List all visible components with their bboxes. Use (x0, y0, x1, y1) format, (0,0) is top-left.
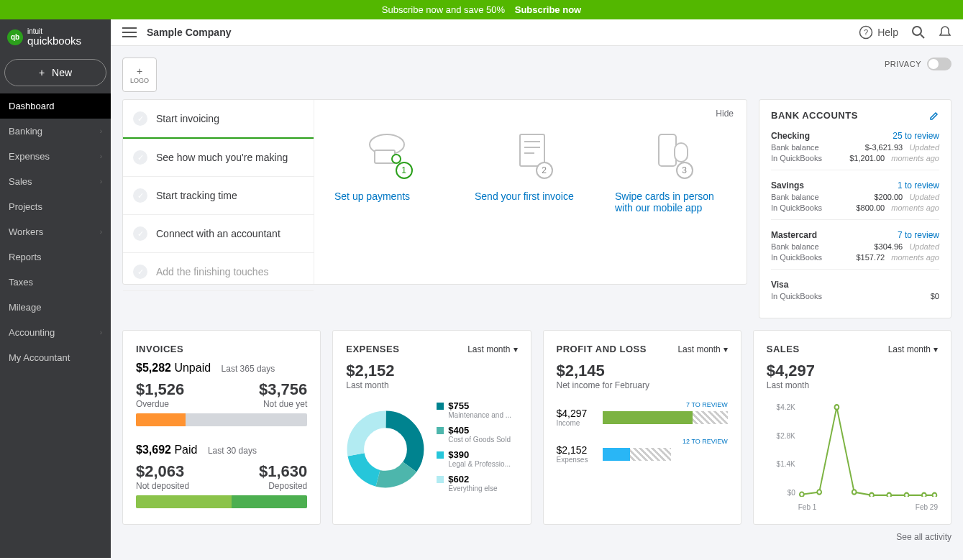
banner-cta[interactable]: Subscribe now (515, 4, 581, 15)
nav-item-taxes[interactable]: Taxes (0, 270, 111, 295)
check-icon: ✓ (133, 111, 147, 126)
nav: DashboardBanking›Expenses›Sales›Projects… (0, 93, 111, 558)
chevron-down-icon: ▾ (934, 344, 938, 354)
search-icon[interactable] (911, 25, 926, 40)
chevron-right-icon: › (100, 152, 102, 160)
nav-item-dashboard[interactable]: Dashboard (0, 93, 111, 119)
help-link[interactable]: ? Help (859, 25, 898, 40)
nav-item-mileage[interactable]: Mileage (0, 295, 111, 320)
unpaid-summary: $5,282 Unpaid (136, 362, 211, 374)
bank-account-row[interactable]: Mastercard7 to reviewBank balance$304.96… (771, 230, 939, 270)
nav-item-expenses[interactable]: Expenses› (0, 144, 111, 169)
paid-summary: $3,692 Paid (136, 444, 197, 456)
sales-line-chart: $4.2K$2.8K$1.4K$0 Feb 1Feb 29 (767, 403, 938, 511)
check-icon: ✓ (133, 150, 147, 165)
chevron-right-icon: › (100, 127, 102, 135)
chevron-right-icon: › (100, 228, 102, 236)
see-all-activity-link[interactable]: See all activity (122, 532, 951, 542)
svg-point-15 (834, 405, 839, 410)
svg-point-16 (852, 490, 857, 495)
svg-point-14 (817, 490, 821, 495)
banner-text: Subscribe now and save 50% (382, 4, 505, 15)
step-send-invoice[interactable]: Send your first invoice (475, 191, 586, 202)
svg-rect-8 (675, 143, 688, 162)
company-name: Sample Company (147, 27, 231, 38)
nav-item-sales[interactable]: Sales› (0, 169, 111, 194)
privacy-toggle[interactable] (927, 58, 951, 70)
sales-period-select[interactable]: Last month ▾ (888, 344, 938, 354)
promo-banner: Subscribe now and save 50% Subscribe now (0, 0, 963, 19)
chevron-right-icon: › (100, 329, 102, 336)
nav-item-accounting[interactable]: Accounting› (0, 320, 111, 345)
chevron-right-icon: › (100, 178, 102, 185)
check-icon: ✓ (133, 188, 147, 203)
setup-tab-1[interactable]: ✓See how much you're making (123, 139, 314, 177)
nav-item-projects[interactable]: Projects (0, 194, 111, 219)
paid-bar (136, 495, 307, 508)
setup-tab-4[interactable]: ✓Add the finishing touches (123, 253, 314, 291)
check-icon: ✓ (133, 226, 147, 241)
add-logo-button[interactable]: + LOGO (122, 58, 157, 92)
chevron-down-icon: ▾ (724, 344, 728, 354)
bank-account-row[interactable]: VisaIn QuickBooks$0 (771, 280, 939, 308)
svg-point-19 (904, 493, 908, 497)
invoice-doc-icon: 2 (475, 121, 586, 179)
nav-item-workers[interactable]: Workers› (0, 219, 111, 244)
svg-text:?: ? (864, 28, 868, 37)
expense-legend-item: $390Legal & Professio... (437, 449, 517, 468)
mobile-swipe-icon: 3 (615, 121, 726, 179)
setup-tab-0[interactable]: ✓Start invoicing (123, 100, 314, 139)
svg-rect-7 (659, 134, 676, 166)
nav-item-banking[interactable]: Banking› (0, 119, 111, 144)
bell-icon[interactable] (939, 25, 951, 40)
cloud-payments-icon: 1 (334, 121, 446, 179)
plus-icon: + (137, 65, 142, 77)
chevron-down-icon: ▾ (514, 344, 518, 354)
income-bar (603, 411, 728, 424)
nav-item-my-accountant[interactable]: My Accountant (0, 345, 111, 370)
unpaid-bar (136, 413, 307, 426)
bank-account-row[interactable]: Savings1 to reviewBank balance$200.00 Up… (771, 180, 939, 220)
step-setup-payments[interactable]: Set up payments (334, 191, 446, 202)
svg-point-18 (887, 493, 891, 497)
invoices-widget: INVOICES $5,282 Unpaid Last 365 days $1,… (122, 330, 321, 525)
check-icon: ✓ (133, 265, 147, 279)
bank-title: BANK ACCOUNTS (771, 110, 858, 121)
expense-legend-item: $755Maintenance and ... (437, 400, 517, 419)
help-icon: ? (859, 25, 873, 40)
brand-logo: qb intuit quickbooks (0, 19, 111, 52)
expenses-review-link[interactable]: 12 TO REVIEW (683, 438, 728, 445)
new-button[interactable]: + New (4, 59, 106, 86)
topbar: Sample Company ? Help (111, 19, 963, 46)
step-mobile-swipe[interactable]: Swipe cards in person with our mobile ap… (615, 191, 726, 214)
privacy-toggle-area: PRIVACY (885, 58, 951, 70)
expenses-bar (603, 448, 672, 461)
expense-legend-item: $602Everything else (437, 474, 517, 492)
nav-item-reports[interactable]: Reports (0, 244, 111, 270)
svg-point-5 (392, 155, 401, 163)
expenses-donut-chart (346, 410, 425, 489)
svg-point-13 (800, 492, 804, 497)
svg-point-17 (870, 493, 874, 497)
pl-period-select[interactable]: Last month ▾ (677, 344, 727, 354)
edit-icon[interactable] (929, 111, 939, 121)
setup-card: ✓Start invoicing✓See how much you're mak… (122, 99, 747, 285)
svg-point-20 (922, 493, 926, 497)
svg-point-21 (932, 493, 936, 497)
sales-widget: SALES Last month ▾ $4,297 Last month $4.… (753, 330, 951, 525)
setup-tab-3[interactable]: ✓Connect with an accountant (123, 215, 314, 253)
expense-legend-item: $405Cost of Goods Sold (437, 425, 517, 444)
hide-link[interactable]: Hide (716, 109, 734, 119)
setup-tab-2[interactable]: ✓Start tracking time (123, 177, 314, 215)
bank-accounts-card: BANK ACCOUNTS Checking25 to reviewBank b… (759, 99, 951, 318)
svg-point-2 (913, 27, 921, 35)
plus-icon: + (39, 67, 45, 78)
expenses-period-select[interactable]: Last month ▾ (467, 344, 517, 354)
expenses-widget: EXPENSES Last month ▾ $2,152 Last month … (332, 330, 531, 525)
menu-icon[interactable] (122, 27, 137, 37)
income-review-link[interactable]: 7 TO REVIEW (686, 401, 728, 408)
sidebar: qb intuit quickbooks + New DashboardBank… (0, 19, 111, 558)
qb-circle-icon: qb (7, 29, 23, 45)
svg-rect-6 (520, 134, 544, 166)
bank-account-row[interactable]: Checking25 to reviewBank balance$-3,621.… (771, 131, 939, 170)
